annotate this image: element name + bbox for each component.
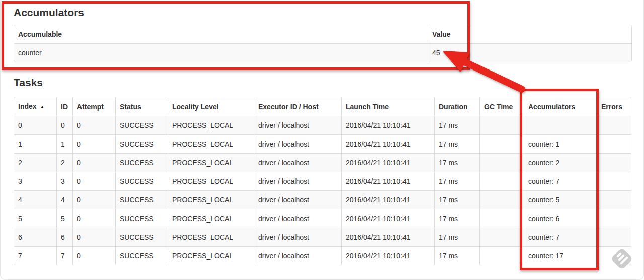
id-cell: 3 [56, 172, 72, 190]
attempt-cell: 0 [72, 116, 115, 134]
spark-ui-page: Accumulators Accumulable Value counter 4… [0, 0, 644, 280]
errors-cell [597, 228, 631, 246]
column-header-duration[interactable]: Duration [434, 97, 479, 116]
launch-time-cell: 2016/04/21 10:10:41 [341, 246, 434, 265]
status-cell: SUCCESS [115, 153, 168, 172]
index-cell: 2 [14, 153, 56, 172]
accumulators-cell: counter: 7 [524, 228, 597, 246]
locality-cell: PROCESS_LOCAL [168, 153, 254, 172]
locality-cell: PROCESS_LOCAL [168, 134, 254, 153]
column-header-locality-level[interactable]: Locality Level [168, 97, 254, 116]
accumulators-cell: counter: 17 [524, 246, 597, 265]
tasks-header-row: Index▲ ID Attempt Status Locality Level … [14, 97, 631, 116]
attempt-cell: 0 [72, 228, 115, 246]
tasks-section-title: Tasks [14, 77, 630, 89]
executor-cell: driver / localhost [254, 228, 341, 246]
feedly-watermark-icon [609, 246, 635, 272]
gc-time-cell [479, 209, 524, 228]
duration-cell: 17 ms [434, 172, 479, 190]
gc-time-cell [479, 228, 524, 246]
errors-cell [597, 134, 631, 153]
index-cell: 5 [14, 209, 56, 228]
executor-cell: driver / localhost [254, 172, 341, 190]
launch-time-cell: 2016/04/21 10:10:41 [341, 116, 434, 134]
duration-cell: 17 ms [434, 134, 479, 153]
launch-time-cell: 2016/04/21 10:10:41 [341, 153, 434, 172]
gc-time-cell [479, 172, 524, 190]
index-cell: 0 [14, 116, 56, 134]
executor-cell: driver / localhost [254, 134, 341, 153]
column-header-errors[interactable]: Errors [597, 97, 631, 116]
id-cell: 6 [56, 228, 72, 246]
task-row: 0 0 0 SUCCESS PROCESS_LOCAL driver / loc… [14, 116, 631, 134]
duration-cell: 17 ms [434, 209, 479, 228]
column-header-launch-time[interactable]: Launch Time [341, 97, 434, 116]
status-cell: SUCCESS [115, 172, 168, 190]
index-cell: 3 [14, 172, 56, 190]
id-cell: 5 [56, 209, 72, 228]
column-header-status[interactable]: Status [115, 97, 168, 116]
index-cell: 7 [14, 246, 56, 265]
id-cell: 7 [56, 246, 72, 265]
accumulators-cell: counter: 6 [524, 209, 597, 228]
index-cell: 1 [14, 134, 56, 153]
status-cell: SUCCESS [115, 228, 168, 246]
attempt-cell: 0 [72, 172, 115, 190]
executor-cell: driver / localhost [254, 190, 341, 209]
column-header-value[interactable]: Value [428, 25, 631, 43]
id-cell: 2 [56, 153, 72, 172]
locality-cell: PROCESS_LOCAL [168, 116, 254, 134]
errors-cell [597, 209, 631, 228]
accumulators-header-row: Accumulable Value [14, 25, 631, 43]
accumulators-table: Accumulable Value counter 45 [14, 25, 632, 62]
task-row: 6 6 0 SUCCESS PROCESS_LOCAL driver / loc… [14, 228, 631, 246]
gc-time-cell [479, 134, 524, 153]
gc-time-cell [479, 190, 524, 209]
column-header-gc-time[interactable]: GC Time [479, 97, 524, 116]
index-cell: 6 [14, 228, 56, 246]
accumulable-name-cell: counter [14, 43, 428, 62]
attempt-cell: 0 [72, 209, 115, 228]
accumulators-cell: counter: 1 [524, 134, 597, 153]
accumulators-section-title: Accumulators [14, 0, 630, 19]
executor-cell: driver / localhost [254, 209, 341, 228]
duration-cell: 17 ms [434, 228, 479, 246]
column-header-attempt[interactable]: Attempt [72, 97, 115, 116]
task-row: 3 3 0 SUCCESS PROCESS_LOCAL driver / loc… [14, 172, 631, 190]
executor-cell: driver / localhost [254, 153, 341, 172]
launch-time-cell: 2016/04/21 10:10:41 [341, 228, 434, 246]
locality-cell: PROCESS_LOCAL [168, 209, 254, 228]
accumulator-row: counter 45 [14, 43, 631, 62]
sort-ascending-icon: ▲ [40, 104, 45, 109]
errors-cell [597, 153, 631, 172]
locality-cell: PROCESS_LOCAL [168, 246, 254, 265]
duration-cell: 17 ms [434, 116, 479, 134]
attempt-cell: 0 [72, 153, 115, 172]
column-header-index[interactable]: Index▲ [14, 97, 56, 116]
task-row: 7 7 0 SUCCESS PROCESS_LOCAL driver / loc… [14, 246, 631, 265]
attempt-cell: 0 [72, 246, 115, 265]
launch-time-cell: 2016/04/21 10:10:41 [341, 134, 434, 153]
id-cell: 0 [56, 116, 72, 134]
attempt-cell: 0 [72, 190, 115, 209]
duration-cell: 17 ms [434, 153, 479, 172]
column-header-accumulable[interactable]: Accumulable [14, 25, 428, 43]
tasks-table: Index▲ ID Attempt Status Locality Level … [14, 97, 631, 265]
errors-cell [597, 172, 631, 190]
status-cell: SUCCESS [115, 209, 168, 228]
column-header-id[interactable]: ID [56, 97, 72, 116]
executor-cell: driver / localhost [254, 246, 341, 265]
column-header-accumulators[interactable]: Accumulators [524, 97, 597, 116]
gc-time-cell [479, 246, 524, 265]
accumulators-cell: counter: 7 [524, 172, 597, 190]
task-row: 5 5 0 SUCCESS PROCESS_LOCAL driver / loc… [14, 209, 631, 228]
id-cell: 4 [56, 190, 72, 209]
status-cell: SUCCESS [115, 246, 168, 265]
status-cell: SUCCESS [115, 134, 168, 153]
accumulators-cell [524, 116, 597, 134]
column-header-executor-id-host[interactable]: Executor ID / Host [254, 97, 341, 116]
locality-cell: PROCESS_LOCAL [168, 228, 254, 246]
accumulable-value-cell: 45 [428, 43, 631, 62]
errors-cell [597, 190, 631, 209]
task-row: 4 4 0 SUCCESS PROCESS_LOCAL driver / loc… [14, 190, 631, 209]
